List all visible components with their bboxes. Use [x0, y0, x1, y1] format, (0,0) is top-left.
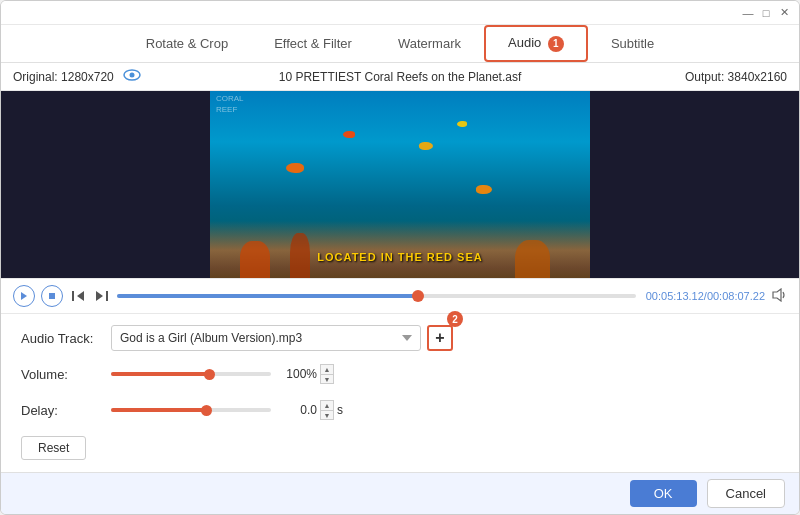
output-resolution: Output: 3840x2160 — [647, 70, 787, 84]
video-filename: 10 PRETTIEST Coral Reefs on the Planet.a… — [153, 70, 647, 84]
title-bar: — □ ✕ — [1, 1, 799, 25]
delay-slider[interactable] — [111, 408, 271, 412]
tab-subtitle[interactable]: Subtitle — [588, 27, 677, 60]
volume-slider[interactable] — [111, 372, 271, 376]
play-button[interactable] — [13, 285, 35, 307]
audio-track-label: Audio Track: — [21, 331, 111, 346]
controls-panel: Audio Track: God is a Girl (Album Versio… — [1, 314, 799, 472]
bottom-bar: OK Cancel — [1, 472, 799, 514]
progress-bar[interactable] — [117, 294, 636, 298]
video-info-bar: Original: 1280x720 10 PRETTIEST Coral Re… — [1, 63, 799, 91]
delay-unit: s — [337, 403, 343, 417]
maximize-button[interactable]: □ — [759, 6, 773, 20]
video-container: LOCATED IN THE RED SEA MWK CORAL REEF — [1, 91, 799, 278]
audio-track-row: Audio Track: God is a Girl (Album Versio… — [21, 324, 779, 352]
volume-value: 100% — [281, 367, 317, 381]
playback-bar: 00:05:13.12/00:08:07.22 — [1, 278, 799, 314]
ok-button[interactable]: OK — [630, 480, 697, 507]
video-preview: LOCATED IN THE RED SEA MWK CORAL REEF — [210, 91, 590, 278]
minimize-button[interactable]: — — [741, 6, 755, 20]
volume-value-group: 100% ▲ ▼ — [281, 364, 334, 384]
tab-effect[interactable]: Effect & Filter — [251, 27, 375, 60]
delay-label: Delay: — [21, 403, 111, 418]
volume-label: Volume: — [21, 367, 111, 382]
eye-icon[interactable] — [123, 69, 141, 81]
tab-rotate[interactable]: Rotate & Crop — [123, 27, 251, 60]
tab-watermark[interactable]: Watermark — [375, 27, 484, 60]
svg-point-1 — [130, 73, 135, 78]
video-caption: LOCATED IN THE RED SEA — [317, 251, 482, 263]
svg-marker-8 — [773, 289, 781, 301]
watermark-text: MWK CORAL REEF — [216, 91, 244, 115]
svg-marker-2 — [21, 292, 27, 300]
original-resolution: Original: 1280x720 — [13, 69, 153, 84]
prev-button[interactable] — [69, 287, 87, 305]
volume-up-button[interactable]: ▲ — [320, 364, 334, 374]
time-display: 00:05:13.12/00:08:07.22 — [646, 290, 765, 302]
tab-bar: Rotate & Crop Effect & Filter Watermark … — [1, 25, 799, 63]
volume-row: Volume: 100% ▲ ▼ — [21, 360, 779, 388]
delay-down-button[interactable]: ▼ — [320, 410, 334, 420]
reset-button[interactable]: Reset — [21, 436, 86, 460]
cancel-button[interactable]: Cancel — [707, 479, 785, 508]
delay-value-group: 0.0 ▲ ▼ s — [281, 400, 343, 420]
delay-fill — [111, 408, 207, 412]
svg-marker-6 — [96, 291, 103, 301]
delay-up-button[interactable]: ▲ — [320, 400, 334, 410]
volume-fill — [111, 372, 210, 376]
add-audio-button[interactable]: + — [427, 325, 453, 351]
audio-track-select[interactable]: God is a Girl (Album Version).mp3 — [111, 325, 421, 351]
add-button-badge: 2 — [447, 311, 463, 327]
main-window: — □ ✕ Rotate & Crop Effect & Filter Wate… — [0, 0, 800, 515]
svg-rect-7 — [106, 291, 108, 301]
progress-fill — [117, 294, 418, 298]
progress-thumb[interactable] — [412, 290, 424, 302]
volume-spinner: ▲ ▼ — [320, 364, 334, 384]
svg-rect-5 — [72, 291, 74, 301]
next-button[interactable] — [93, 287, 111, 305]
volume-down-button[interactable]: ▼ — [320, 374, 334, 384]
svg-marker-4 — [77, 291, 84, 301]
delay-thumb[interactable] — [201, 405, 212, 416]
audio-tab-badge: 1 — [548, 36, 564, 52]
stop-button[interactable] — [41, 285, 63, 307]
volume-icon[interactable] — [771, 288, 787, 305]
volume-thumb[interactable] — [204, 369, 215, 380]
close-button[interactable]: ✕ — [777, 6, 791, 20]
delay-row: Delay: 0.0 ▲ ▼ s — [21, 396, 779, 424]
svg-rect-3 — [49, 293, 55, 299]
tab-audio[interactable]: Audio 1 — [484, 25, 588, 62]
delay-value: 0.0 — [281, 403, 317, 417]
delay-spinner: ▲ ▼ — [320, 400, 334, 420]
